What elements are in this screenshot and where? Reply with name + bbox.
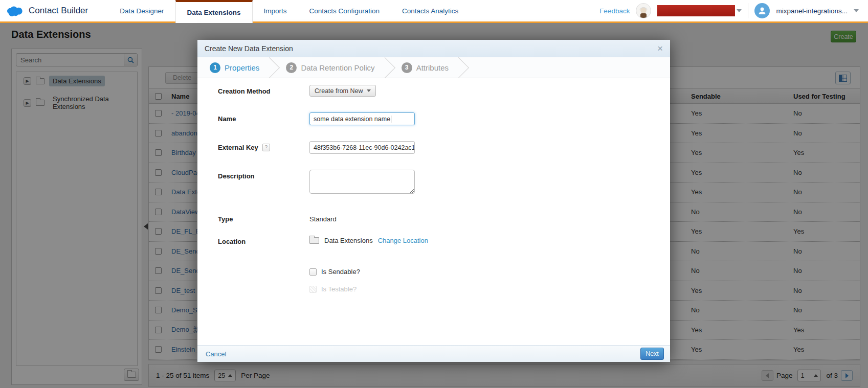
- app-window: Contact Builder Data Designer Data Exten…: [0, 0, 868, 388]
- step-number-badge: 3: [402, 62, 412, 73]
- step-number-badge: 2: [286, 62, 297, 73]
- nav-item[interactable]: Imports: [253, 0, 298, 21]
- primary-nav: Data Designer Data Extensions Imports Co…: [108, 0, 470, 21]
- salesforce-cloud-icon: [7, 5, 24, 16]
- external-key-label: External Key ?: [218, 141, 309, 154]
- top-nav: Contact Builder Data Designer Data Exten…: [0, 0, 868, 23]
- einstein-character-icon: [638, 6, 649, 18]
- description-textarea[interactable]: [309, 170, 415, 194]
- creation-method-label: Creation Method: [218, 85, 309, 97]
- dropdown-caret-icon: [367, 89, 371, 92]
- location-value: Data Extensions: [324, 237, 373, 244]
- creation-method-dropdown[interactable]: Create from New: [309, 85, 376, 97]
- modal-footer: Cancel Next: [197, 345, 670, 362]
- account-name[interactable]: mixpanel-integrations...: [776, 7, 848, 15]
- is-sendable-checkbox[interactable]: [309, 268, 317, 276]
- nav-item[interactable]: Contacts Analytics: [391, 0, 470, 21]
- wizard-step[interactable]: 3 Attributes: [395, 57, 469, 78]
- nav-item[interactable]: Data Designer: [108, 0, 175, 21]
- app-name: Contact Builder: [29, 6, 88, 16]
- einstein-avatar[interactable]: [636, 3, 651, 18]
- external-key-input[interactable]: 48f353b6-7268-11ec-90d6-0242ac1200: [309, 141, 415, 154]
- nav-item[interactable]: Contacts Configuration: [298, 0, 391, 21]
- location-label: Location: [218, 235, 309, 245]
- feedback-link[interactable]: Feedback: [599, 7, 630, 15]
- close-icon[interactable]: ×: [657, 43, 663, 53]
- name-label: Name: [218, 112, 309, 125]
- divider: [748, 3, 748, 18]
- caret-down-icon[interactable]: [737, 9, 742, 12]
- change-location-link[interactable]: Change Location: [378, 237, 428, 244]
- is-testable-label: Is Testable?: [321, 285, 357, 293]
- step-number-badge: 1: [210, 62, 220, 73]
- wizard-step[interactable]: 1 Properties: [204, 57, 280, 78]
- user-avatar-icon[interactable]: [754, 3, 770, 18]
- app-brand[interactable]: Contact Builder: [0, 0, 108, 21]
- modal-title: Create New Data Extension: [205, 44, 293, 53]
- text-cursor: [391, 116, 391, 123]
- is-sendable-label: Is Sendable?: [321, 268, 360, 276]
- type-label: Type: [218, 213, 309, 223]
- account-caret-down-icon[interactable]: [854, 9, 859, 12]
- name-input[interactable]: some data extension name: [309, 112, 415, 125]
- cancel-link[interactable]: Cancel: [206, 350, 226, 358]
- type-value: Standard: [309, 213, 337, 223]
- help-icon[interactable]: ?: [262, 144, 270, 151]
- next-button[interactable]: Next: [640, 348, 664, 360]
- redacted-account-region[interactable]: [657, 5, 735, 16]
- wizard-steps: 1 Properties 2 Data Retention Policy 3 A…: [197, 57, 670, 78]
- wizard-step[interactable]: 2 Data Retention Policy: [280, 57, 395, 78]
- modal-body: Creation Method Create from New Name som…: [197, 79, 670, 345]
- person-icon: [758, 6, 767, 15]
- nav-item[interactable]: Data Extensions: [175, 0, 253, 23]
- create-data-extension-modal: Create New Data Extension × 1 Properties…: [197, 40, 670, 362]
- is-testable-checkbox: [309, 286, 317, 293]
- modal-header: Create New Data Extension ×: [197, 40, 670, 57]
- folder-icon: [309, 237, 319, 244]
- description-label: Description: [218, 170, 309, 194]
- nav-right: Feedback mixpanel-integrations...: [599, 0, 868, 21]
